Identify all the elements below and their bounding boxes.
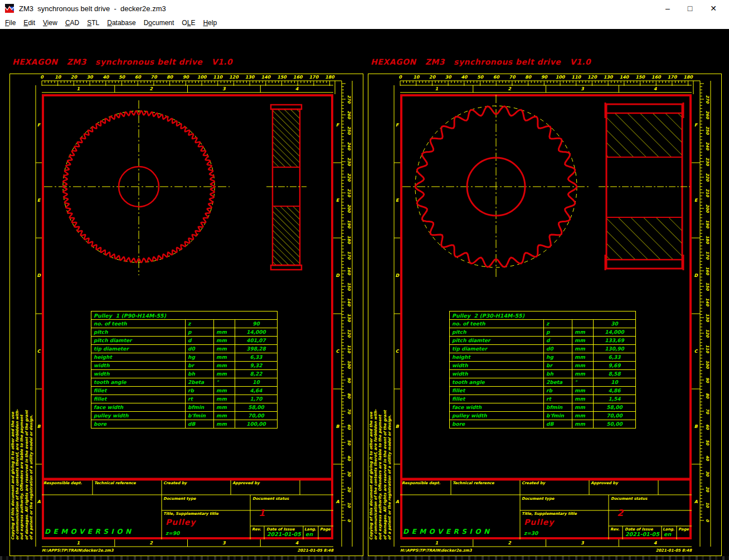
menu-item-help[interactable]: Help [199,17,221,29]
document-subtitle: z=90 [166,530,179,536]
param-label: height [91,353,186,362]
maximize-button[interactable]: □ [688,0,692,17]
ruler-label: 250 [705,126,709,135]
zone-number: 4 [295,540,299,546]
close-button[interactable]: ✕ [710,0,717,17]
ruler-label: 170 [668,75,678,80]
param-label: width [450,370,544,378]
zone-letter: A [395,499,399,504]
ruler-label: 90 [183,75,190,80]
zone-number: 3 [222,86,226,91]
window-title: ZM3 synchronous belt drive - decker2e.zm… [19,4,166,13]
ruler-label: 40 [705,455,709,461]
ruler-label: 240 [347,142,351,151]
param-symbol: bh [186,370,214,378]
ruler-label: 270 [347,95,351,104]
param-label: width [91,362,186,370]
ruler-label: 130 [245,75,255,80]
drawing-sheet-2: 0102030405060708090100110120130140150160… [368,56,722,556]
ruler-label: 220 [705,173,709,182]
ruler-label: 190 [705,220,709,229]
copyright-line: of a patent or the registration of a uti… [387,348,392,540]
zone-letter: C [336,349,340,354]
cad-workspace[interactable]: 0102030405060708090100110120130140150160… [0,29,729,560]
param-label: no. of teeth [91,320,186,328]
ruler-label: 140 [705,298,709,307]
ruler-label: 130 [705,314,709,323]
date-of-issue-value: 2021-01-05 [267,531,301,537]
param-unit: mm [572,362,594,370]
table-row: pitchpmm14,000 [450,328,636,337]
param-unit [572,320,594,328]
zone-number: 3 [581,86,585,91]
menu-item-database[interactable]: Database [103,17,139,29]
table-row: tip diameterd0mm130,90 [450,345,636,353]
menu-item-cad[interactable]: CAD [61,17,83,29]
menu-item-document[interactable]: Document [140,17,178,29]
table-row: heighthgmm6,33 [91,353,278,362]
ruler-label: 10 [55,75,62,80]
param-symbol: rt [544,395,572,403]
zone-letter: C [37,349,41,354]
zone-letter: D [395,273,400,278]
ruler-label: 160 [705,267,709,276]
ruler-label: 170 [705,251,709,260]
copyright-line: out express authority. Offenders are lia… [378,348,382,540]
param-unit: mm [214,353,235,362]
param-symbol: 2beta [544,378,572,387]
zone-letter: F [396,123,400,128]
param-label: fillet [91,387,186,395]
menu-item-ole[interactable]: OLE [178,17,199,29]
label-created-by: Created by [163,481,187,485]
label-approved-by: Approved by [232,481,260,485]
plot-datetime: 2021-01-05 8:48 [297,548,333,553]
label-document-type: Document type [163,496,196,501]
copyright-line: of damages. All rights are reserved in t… [25,348,29,540]
table-row: pitch diamterdmm133,69 [450,337,636,345]
ruler-label: 50 [477,75,484,80]
param-unit: mm [572,345,594,353]
ruler-label: 70 [150,75,158,80]
param-value: 90 [235,320,278,328]
param-unit: mm [572,387,594,395]
menu-item-file[interactable]: File [0,17,20,29]
ruler-label: 100 [705,361,709,369]
param-value: 30 [594,320,636,328]
param-value: 4,64 [235,387,278,395]
gear-front-view [44,100,230,275]
ruler-label: 220 [347,173,351,182]
menu-item-edit[interactable]: Edit [20,17,39,29]
param-unit [214,320,235,328]
zone-letter: F [37,123,41,128]
param-value: 398,28 [235,345,278,353]
ruler-label: 10 [413,75,420,80]
ruler-label: 140 [619,75,629,80]
minimize-button[interactable]: – [665,0,670,17]
table-row: tip diameterd0mm398,28 [91,345,278,353]
zone-letter: B [694,424,698,429]
param-label: bore [91,420,186,428]
param-unit: mm [572,412,594,420]
ruler-label: 200 [705,204,709,213]
file-path: H:\APPS\TP\TRAIN\decker2e.zm3 [42,548,114,553]
ruler-label: 140 [261,75,271,80]
ruler-label: 180 [347,236,351,245]
ruler-label: 110 [213,75,223,80]
ruler-label: 260 [347,111,351,120]
ruler-label: 180 [683,75,693,80]
ruler-label: 40 [461,75,468,80]
label-approved-by: Approved by [591,481,618,485]
label-rev: Rev. [610,527,619,532]
ruler-label: 100 [197,75,207,80]
gear-front-view [402,95,590,279]
label-created-by: Created by [522,481,545,485]
label-technical-reference: Technical reference [94,481,136,485]
menu-item-view[interactable]: View [39,17,61,29]
ruler-label: 70 [705,408,709,415]
zone-letter: D [37,273,41,278]
param-label: pulley width [91,412,186,420]
param-unit: mm [214,345,235,353]
label-rev: Rev. [252,527,261,532]
menu-item-stl[interactable]: STL [83,17,103,29]
table-title-row: Pulley 1 (P90-H14M-55) [91,311,278,320]
